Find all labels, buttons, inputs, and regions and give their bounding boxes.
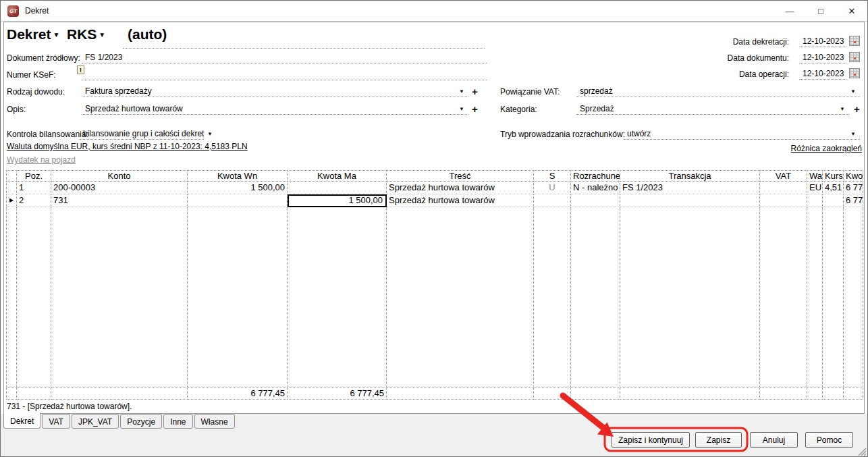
col-header-konto: Konto bbox=[51, 170, 188, 182]
col-header-kwota-ma: Kwota Ma bbox=[288, 170, 387, 182]
rodzaj-dowodu-field[interactable]: Faktura sprzedaży bbox=[82, 86, 468, 97]
chevron-down-icon[interactable]: ▼ bbox=[850, 131, 856, 137]
cell-s[interactable]: U bbox=[534, 182, 571, 194]
cell-konto[interactable]: 200-00003 bbox=[51, 182, 188, 194]
roznica-zaokraglen-link[interactable]: Różnica zaokrągleń bbox=[791, 144, 862, 153]
cell-kwota-waluta[interactable]: 6 77 bbox=[844, 182, 863, 194]
tab-vat[interactable]: VAT bbox=[42, 414, 70, 429]
posting-grid: Poz. Konto Kwota Wn Kwota Ma Treść S Roz… bbox=[6, 170, 863, 400]
totals-empty bbox=[844, 387, 863, 400]
cell-rozrachunek[interactable] bbox=[571, 194, 620, 207]
col-header-tresc: Treść bbox=[387, 170, 534, 182]
cell-kwota-waluta[interactable]: 6 77 bbox=[844, 194, 863, 207]
col-header-vat: VAT bbox=[760, 170, 807, 182]
chevron-down-icon[interactable]: ▼ bbox=[840, 106, 845, 112]
tab-inne[interactable]: Inne bbox=[163, 414, 192, 429]
tab-dekret[interactable]: Dekret bbox=[3, 412, 40, 429]
cell-rozrachunek[interactable]: N - należno bbox=[571, 182, 620, 194]
cell-waluta[interactable] bbox=[807, 194, 823, 207]
kategoria-field[interactable]: Sprzedaż bbox=[576, 103, 849, 115]
doc-number-auto: (auto) bbox=[128, 26, 167, 43]
maximize-button[interactable]: □ bbox=[805, 1, 836, 21]
cell-kwota-ma[interactable] bbox=[288, 182, 387, 194]
chevron-down-icon[interactable]: ▼ bbox=[459, 88, 464, 95]
add-icon[interactable]: + bbox=[854, 104, 860, 114]
titlebar: GT Dekret — □ ✕ bbox=[1, 1, 867, 22]
cell-kwota-ma-selected[interactable]: 1 500,00 bbox=[288, 194, 387, 207]
waluta-link[interactable]: Waluta domyślna EUR, kurs średni NBP z 1… bbox=[7, 142, 248, 151]
totals-empty bbox=[620, 387, 760, 400]
cell-tresc[interactable]: Sprzedaż hurtowa towarów bbox=[387, 182, 534, 194]
help-button[interactable]: Pomoc bbox=[805, 432, 853, 448]
chevron-down-icon[interactable]: ▼ bbox=[459, 106, 464, 112]
cell-konto[interactable]: 731 bbox=[51, 194, 188, 207]
calendar-icon[interactable] bbox=[849, 36, 860, 46]
doc-number-field[interactable] bbox=[123, 48, 485, 49]
cell-vat[interactable] bbox=[760, 182, 807, 194]
tab-jpk-vat[interactable]: JPK_VAT bbox=[72, 414, 119, 429]
data-operacji-field[interactable]: 12-10-2023 bbox=[799, 68, 846, 80]
wydatek-na-pojazd-link[interactable]: Wydatek na pojazd bbox=[7, 155, 76, 165]
dokument-zrodlowy-label: Dokument źródłowy: bbox=[7, 53, 80, 63]
add-icon[interactable]: + bbox=[472, 86, 478, 97]
tryb-rozrachunkow-field[interactable]: utwórz bbox=[624, 128, 860, 140]
data-dekretacji-field[interactable]: 12-10-2023 bbox=[799, 36, 846, 47]
doc-type-menu[interactable]: Dekret▼ bbox=[7, 26, 59, 43]
cell-kurs[interactable]: 4,51 bbox=[823, 182, 844, 194]
total-kwota-wn: 6 777,45 bbox=[188, 387, 288, 400]
save-and-continue-button[interactable]: Zapisz i kontynuuj bbox=[612, 432, 690, 448]
data-dokumentu-field[interactable]: 12-10-2023 bbox=[799, 52, 846, 63]
journal-menu[interactable]: RKS▼ bbox=[67, 26, 105, 43]
row-marker-cell bbox=[6, 182, 17, 194]
close-button[interactable]: ✕ bbox=[836, 1, 867, 21]
cell-kwota-wn[interactable] bbox=[188, 194, 288, 207]
tab-bar: Dekret VAT JPK_VAT Pozycje Inne Własne bbox=[3, 414, 236, 430]
tab-pozycje[interactable]: Pozycje bbox=[120, 414, 162, 429]
cancel-button[interactable]: Anuluj bbox=[750, 432, 798, 448]
numer-ksef-field[interactable] bbox=[82, 69, 487, 80]
cell-kwota-wn[interactable]: 1 500,00 bbox=[188, 182, 288, 194]
totals-empty bbox=[760, 387, 807, 400]
dokument-zrodlowy-field[interactable]: FS 1/2023 bbox=[82, 52, 487, 63]
col-header-s: S bbox=[534, 170, 571, 182]
main-panel: Dekret▼ RKS▼ (auto) Dokument źródłowy: F… bbox=[3, 22, 865, 414]
grid-header-row: Poz. Konto Kwota Wn Kwota Ma Treść S Roz… bbox=[6, 170, 863, 182]
cell-poz[interactable]: 2 bbox=[17, 194, 51, 207]
row-marker-header bbox=[6, 170, 17, 182]
chevron-down-icon[interactable]: ▼ bbox=[850, 88, 856, 95]
minimize-button[interactable]: — bbox=[774, 1, 805, 21]
opis-label: Opis: bbox=[7, 105, 26, 114]
cell-waluta[interactable]: EU bbox=[807, 182, 823, 194]
rodzaj-dowodu-label: Rodzaj dowodu: bbox=[7, 87, 65, 97]
totals-empty bbox=[387, 387, 534, 400]
cell-transakcja[interactable]: FS 1/2023 bbox=[620, 182, 760, 194]
chevron-down-icon[interactable]: ▼ bbox=[207, 131, 213, 137]
add-icon[interactable]: + bbox=[472, 104, 478, 114]
grid-empty-area bbox=[6, 207, 863, 387]
calendar-icon[interactable] bbox=[849, 52, 860, 62]
totals-empty bbox=[17, 387, 51, 400]
totals-empty bbox=[807, 387, 823, 400]
powiazanie-vat-field[interactable]: sprzedaż bbox=[576, 86, 860, 97]
empty-col bbox=[807, 207, 823, 387]
doc-type-label: Dekret bbox=[7, 26, 51, 42]
cell-vat[interactable] bbox=[760, 194, 807, 207]
powiazanie-vat-label: Powiązanie VAT: bbox=[500, 87, 560, 97]
kontrola-bilansowania-field[interactable]: bilansowanie grup i całości dekretu bbox=[80, 128, 204, 140]
cell-transakcja[interactable] bbox=[620, 194, 760, 207]
cell-tresc[interactable]: Sprzedaż hurtowa towarów bbox=[387, 194, 534, 207]
table-row: 1 200-00003 1 500,00 Sprzedaż hurtowa to… bbox=[6, 182, 863, 194]
chevron-down-icon[interactable]: ▼ bbox=[99, 31, 105, 38]
save-button[interactable]: Zapisz bbox=[695, 432, 742, 448]
empty-col bbox=[188, 207, 288, 387]
col-header-rozrachunek: Rozrachune bbox=[571, 170, 620, 182]
empty-col bbox=[387, 207, 534, 387]
cell-poz[interactable]: 1 bbox=[17, 182, 51, 194]
calendar-icon[interactable] bbox=[849, 68, 860, 78]
cell-kurs[interactable] bbox=[823, 194, 844, 207]
table-row-selected: ▶ 2 731 1 500,00 Sprzedaż hurtowa towaró… bbox=[6, 194, 863, 207]
tab-wlasne[interactable]: Własne bbox=[194, 414, 235, 429]
opis-field[interactable]: Sprzedaż hurtowa towarów bbox=[82, 103, 468, 115]
cell-s[interactable] bbox=[534, 194, 571, 207]
chevron-down-icon[interactable]: ▼ bbox=[53, 31, 59, 38]
